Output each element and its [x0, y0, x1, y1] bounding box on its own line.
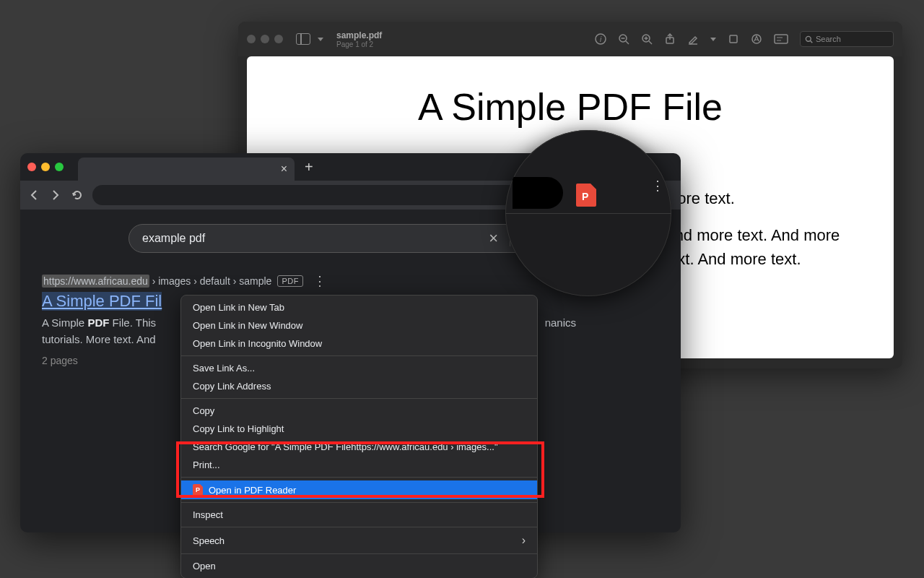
ctx-copy-link-address[interactable]: Copy Link Address [181, 377, 537, 395]
form-icon[interactable] [774, 34, 788, 44]
back-icon[interactable] [27, 189, 40, 202]
highlight-icon[interactable] [687, 33, 699, 45]
ctx-open-in-pdf-reader[interactable]: P Open in PDF Reader [181, 480, 537, 499]
ctx-inspect[interactable]: Inspect [181, 506, 537, 524]
traffic-lights[interactable] [27, 163, 64, 171]
search-query-text: example pdf [142, 232, 489, 245]
chevron-down-icon[interactable] [318, 38, 323, 41]
sidebar-toggle-icon[interactable] [296, 33, 310, 45]
maximize-dot[interactable] [55, 163, 64, 171]
chrome-menu-icon: ⋮ [651, 178, 664, 194]
pdf-document-title: A Simple PDF File [276, 85, 865, 129]
ctx-open[interactable]: Open [181, 557, 537, 575]
context-menu: Open Link in New Tab Open Link in New Wi… [180, 295, 538, 578]
ctx-search-google[interactable]: Search Google for "A Simple PDF Filehttp… [181, 438, 537, 456]
minimize-dot[interactable] [261, 35, 269, 43]
pdf-badge: PDF [277, 275, 303, 287]
svg-rect-14 [775, 35, 788, 43]
pdf-title-block: sample.pdf Page 1 of 2 [336, 30, 382, 48]
ctx-save-link-as[interactable]: Save Link As... [181, 359, 537, 377]
share-icon[interactable] [664, 33, 676, 45]
pdf-page-info: Page 1 of 2 [336, 40, 382, 48]
info-icon[interactable]: i [595, 33, 606, 45]
ctx-copy[interactable]: Copy [181, 402, 537, 420]
ctx-speech[interactable]: Speech [181, 530, 537, 551]
svg-line-6 [649, 41, 652, 44]
svg-line-3 [626, 41, 629, 44]
pdf-titlebar: sample.pdf Page 1 of 2 i Search [238, 22, 902, 56]
zoom-out-icon[interactable] [618, 33, 629, 45]
clear-search-icon[interactable]: × [489, 229, 498, 248]
svg-point-17 [806, 36, 811, 41]
ctx-open-new-tab[interactable]: Open Link in New Tab [181, 298, 537, 316]
ctx-open-new-window[interactable]: Open Link in New Window [181, 316, 537, 335]
markup-icon[interactable] [751, 33, 762, 45]
new-tab-button[interactable]: + [300, 159, 318, 176]
svg-line-18 [811, 40, 813, 43]
traffic-lights[interactable] [247, 35, 283, 43]
ctx-open-incognito[interactable]: Open Link in Incognito Window [181, 335, 537, 353]
ctx-copy-link-highlight[interactable]: Copy Link to Highlight [181, 420, 537, 438]
svg-text:i: i [600, 35, 602, 43]
result-title-link[interactable]: A Simple PDF Fil [42, 292, 162, 311]
chevron-down-icon[interactable] [710, 38, 716, 41]
zoom-in-icon[interactable] [641, 33, 653, 45]
ctx-print[interactable]: Print... [181, 456, 537, 474]
magnifier-lens: ⋮ [505, 130, 671, 296]
maximize-dot[interactable] [274, 35, 283, 43]
reload-icon[interactable] [71, 189, 84, 202]
magnified-address-bar [513, 177, 563, 209]
close-dot[interactable] [247, 35, 256, 43]
pdf-filename: sample.pdf [336, 30, 382, 40]
pdf-search-field[interactable]: Search [800, 31, 894, 47]
result-more-icon[interactable]: ⋮ [313, 273, 326, 289]
pdf-reader-icon: P [193, 484, 203, 496]
rotate-icon[interactable] [728, 33, 739, 45]
google-search-field[interactable]: example pdf × [128, 224, 547, 253]
pdf-search-placeholder: Search [816, 35, 841, 43]
pdf-reader-extension-icon[interactable] [576, 184, 596, 207]
svg-rect-12 [730, 35, 737, 43]
forward-icon[interactable] [49, 189, 62, 202]
active-tab[interactable]: × [78, 158, 295, 181]
minimize-dot[interactable] [41, 163, 50, 171]
tab-close-icon[interactable]: × [281, 163, 287, 176]
close-dot[interactable] [27, 163, 36, 171]
